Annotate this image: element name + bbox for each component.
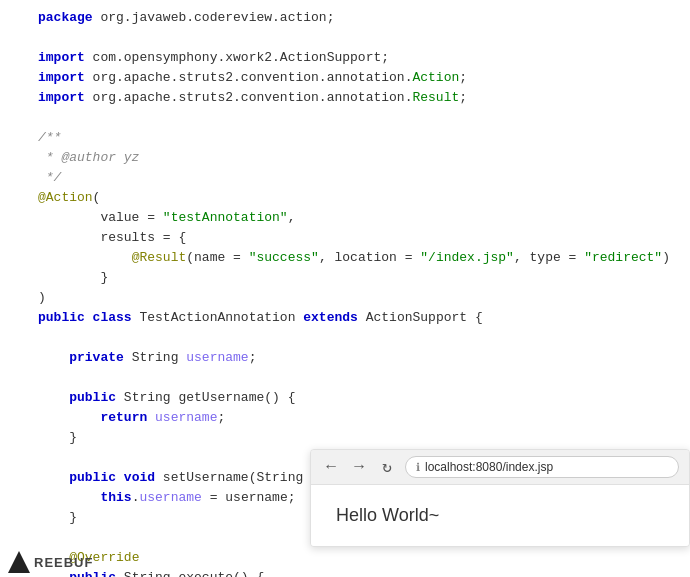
line-content: import com.opensymphony.xwork2.ActionSup… [38, 48, 690, 68]
freebuf-logo-icon [8, 551, 30, 573]
line-content: /** [38, 128, 690, 148]
code-line: return username; [0, 408, 690, 428]
code-line: @Result(name = "success", location = "/i… [0, 248, 690, 268]
code-line [0, 28, 690, 48]
line-content: package org.javaweb.codereview.action; [38, 8, 690, 28]
code-editor: package org.javaweb.codereview.action; i… [0, 0, 690, 577]
browser-toolbar: ← → ↻ ℹ localhost:8080/index.jsp [311, 450, 689, 485]
code-line: import com.opensymphony.xwork2.ActionSup… [0, 48, 690, 68]
watermark-text: REEBUF [34, 555, 93, 570]
code-line: */ [0, 168, 690, 188]
line-content: public String getUsername() { [38, 388, 690, 408]
line-content: } [38, 268, 690, 288]
code-line: @Action( [0, 188, 690, 208]
line-content: * @author yz [38, 148, 690, 168]
line-content: } [38, 428, 690, 448]
line-content: */ [38, 168, 690, 188]
line-content: return username; [38, 408, 690, 428]
line-content [38, 28, 690, 48]
line-content: @Action( [38, 188, 690, 208]
code-line: } [0, 268, 690, 288]
address-bar[interactable]: ℹ localhost:8080/index.jsp [405, 456, 679, 478]
code-line: value = "testAnnotation", [0, 208, 690, 228]
code-line: ) [0, 288, 690, 308]
code-line: public String execute() { [0, 568, 690, 577]
hello-world-text: Hello World~ [336, 505, 439, 525]
line-content [38, 108, 690, 128]
code-line: /** [0, 128, 690, 148]
code-line: import org.apache.struts2.convention.ann… [0, 88, 690, 108]
browser-window: ← → ↻ ℹ localhost:8080/index.jsp Hello W… [310, 449, 690, 547]
code-line [0, 368, 690, 388]
code-line: private String username; [0, 348, 690, 368]
code-line: public String getUsername() { [0, 388, 690, 408]
line-content: results = { [38, 228, 690, 248]
line-content [38, 328, 690, 348]
code-line [0, 108, 690, 128]
code-line: @Override [0, 548, 690, 568]
line-content [38, 368, 690, 388]
line-content: private String username; [38, 348, 690, 368]
line-content: @Result(name = "success", location = "/i… [38, 248, 690, 268]
line-content: public class TestActionAnnotation extend… [38, 308, 690, 328]
line-content: import org.apache.struts2.convention.ann… [38, 88, 690, 108]
back-button[interactable]: ← [321, 457, 341, 477]
line-content: ) [38, 288, 690, 308]
forward-button[interactable]: → [349, 457, 369, 477]
code-line: package org.javaweb.codereview.action; [0, 8, 690, 28]
line-content: value = "testAnnotation", [38, 208, 690, 228]
line-content: @Override [38, 548, 690, 568]
line-content: import org.apache.struts2.convention.ann… [38, 68, 690, 88]
line-content: public String execute() { [38, 568, 690, 577]
code-line: public class TestActionAnnotation extend… [0, 308, 690, 328]
code-line: import org.apache.struts2.convention.ann… [0, 68, 690, 88]
code-line: } [0, 428, 690, 448]
info-icon: ℹ [416, 461, 420, 474]
code-line: results = { [0, 228, 690, 248]
code-line [0, 328, 690, 348]
code-line: * @author yz [0, 148, 690, 168]
watermark: REEBUF [0, 547, 101, 577]
reload-button[interactable]: ↻ [377, 457, 397, 477]
browser-content: Hello World~ [311, 485, 689, 546]
url-text: localhost:8080/index.jsp [425, 460, 553, 474]
